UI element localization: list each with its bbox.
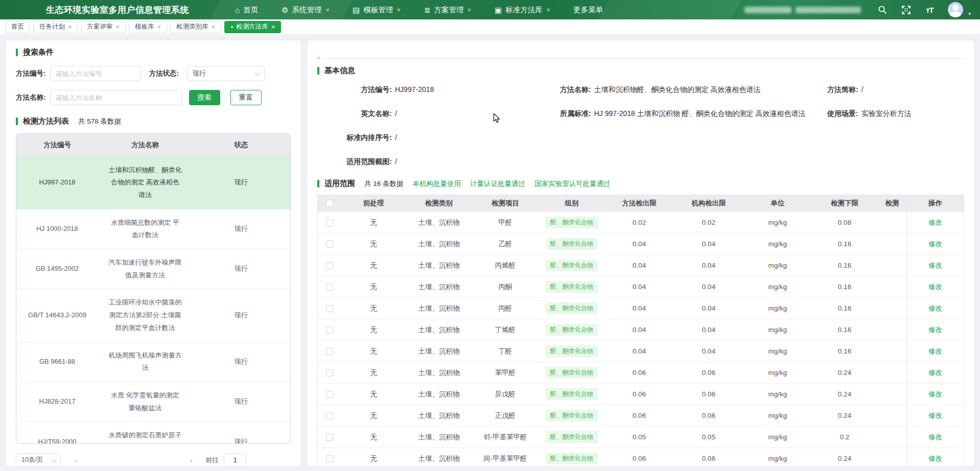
page-number[interactable]	[81, 454, 94, 467]
edit-link[interactable]: 修改	[928, 325, 942, 335]
avatar-caret-icon[interactable]: ▾	[968, 11, 971, 16]
font-size-icon[interactable]: ᴛT	[924, 5, 935, 15]
goto-page-input[interactable]	[224, 453, 246, 467]
actions-cell: 修改	[906, 405, 964, 426]
edit-link[interactable]: 修改	[928, 433, 942, 442]
edit-link[interactable]: 修改	[928, 454, 942, 463]
edit-link[interactable]: 修改	[928, 347, 942, 356]
unit-cell: mg/kg	[744, 298, 811, 319]
method-table-row[interactable]: HJ/T59-2000 水质铍的测定石墨炉原子吸收分光光度法 现行	[16, 422, 290, 444]
prev-page-button[interactable]: ‹	[75, 456, 78, 464]
top-menu-item[interactable]: ⚙ 系统管理 ∨	[282, 5, 329, 15]
row-checkbox[interactable]	[326, 284, 333, 291]
chevron-down-icon: ∨	[325, 7, 330, 12]
header-checkbox-cell	[318, 195, 341, 211]
page-number[interactable]	[174, 454, 187, 467]
detail-tab[interactable]	[318, 50, 319, 58]
row-checkbox[interactable]	[326, 262, 333, 269]
page-number[interactable]	[94, 454, 107, 467]
page-tab[interactable]: ● 检测类别库 ×	[170, 21, 221, 33]
detail-tab[interactable]	[418, 50, 419, 58]
batch-use-link[interactable]: 本机构批量使用	[413, 179, 461, 189]
edit-link[interactable]: 修改	[928, 390, 942, 399]
lower-limit-cell: 0.16	[811, 319, 878, 340]
row-checkbox[interactable]	[326, 369, 333, 376]
select-all-checkbox[interactable]	[326, 200, 333, 207]
detail-tab[interactable]	[333, 50, 334, 58]
page-tab[interactable]: ● 模板库 ×	[129, 21, 167, 33]
metrology-batch-link[interactable]: 计量认证批量通过	[470, 179, 525, 189]
row-checkbox-cell	[318, 233, 341, 254]
avatar[interactable]	[948, 2, 963, 17]
close-icon[interactable]: ×	[271, 23, 275, 30]
edit-link[interactable]: 修改	[928, 218, 942, 227]
group-badge: 醛、酮类化合物	[546, 410, 598, 421]
search-icon[interactable]	[877, 5, 888, 15]
page-tab[interactable]: ● 方案评审 ×	[81, 21, 126, 33]
page-tab[interactable]: ● 检测方法库 ×	[224, 21, 281, 33]
method-table-row[interactable]: GB 1495-2002 汽车加速行驶车外噪声限值及测量方法 现行	[16, 249, 290, 289]
scope-table-row: 无 土壤、沉积物 甲醛 醛、酮类化合物 0.02 0.02 mg/kg 0.08…	[318, 211, 964, 233]
close-icon[interactable]: ×	[157, 23, 161, 30]
edit-link[interactable]: 修改	[928, 261, 942, 270]
page-number[interactable]	[134, 454, 147, 467]
edit-link[interactable]: 修改	[928, 282, 942, 292]
page-size-select[interactable]: 10条/页	[16, 453, 61, 467]
detail-tab[interactable]	[433, 50, 434, 58]
method-status-select[interactable]: 现行	[187, 66, 265, 81]
row-checkbox[interactable]	[326, 434, 333, 441]
top-menu-item[interactable]: ▣ 标准方法库 ∨	[495, 5, 550, 15]
method-table-row[interactable]: HJ 1000-2018 水质细菌总数的测定 平血计数法 现行	[16, 209, 290, 249]
category-cell: 土壤、沉积物	[406, 427, 472, 448]
national-lab-batch-link[interactable]: 国家实验室认可批量通过	[534, 179, 611, 189]
page-tab[interactable]: ● 首页 ×	[5, 21, 30, 33]
detail-tab[interactable]	[390, 50, 391, 58]
row-checkbox[interactable]	[326, 412, 333, 419]
col-org-dl: 机构检出限	[673, 195, 744, 211]
row-checkbox[interactable]	[326, 241, 333, 248]
row-checkbox[interactable]	[326, 391, 333, 398]
close-icon[interactable]: ×	[212, 23, 216, 30]
method-table-row[interactable]: GB 9661-88 机场周围飞机噪声测量方法 现行	[16, 342, 290, 382]
method-code-input[interactable]	[50, 66, 141, 81]
item-cell: 乙醛	[472, 233, 539, 254]
group-badge: 醛、酮类化合物	[546, 238, 598, 250]
detail-tab[interactable]	[361, 50, 362, 58]
page-tab[interactable]: ● 任务计划 ×	[33, 21, 78, 33]
top-menu-item[interactable]: ≣ 方案管理 ∨	[424, 5, 471, 15]
detail-tab[interactable]	[376, 50, 377, 58]
next-page-button[interactable]: ›	[190, 456, 193, 464]
method-name-input[interactable]	[50, 90, 182, 105]
page-number[interactable]	[107, 454, 121, 467]
page-number[interactable]	[121, 454, 134, 467]
top-menu-item[interactable]: 更多菜单 ∨	[573, 5, 603, 15]
row-checkbox[interactable]	[326, 348, 333, 355]
top-menu-item[interactable]: ▤ 模板管理 ∨	[353, 5, 401, 15]
row-checkbox[interactable]	[326, 326, 333, 334]
reset-button[interactable]: 重置	[230, 90, 262, 105]
method-list-title: 检测方法列表 共 578 条数据	[16, 116, 291, 126]
detail-tab[interactable]	[347, 50, 348, 58]
pretreatment-cell: 无	[341, 298, 406, 319]
page-number[interactable]	[147, 454, 160, 467]
unit-cell: mg/kg	[744, 276, 811, 297]
group-cell: 醛、酮类化合物	[539, 255, 605, 276]
row-checkbox[interactable]	[326, 305, 333, 312]
method-table-row[interactable]: GB/T 14643.2-2009 工业循环冷却水中菌藻的测定方法第2部分:土壤…	[16, 289, 290, 342]
edit-link[interactable]: 修改	[928, 304, 942, 313]
method-table-row[interactable]: HJ997-2018 土壤和沉积物醛、酮类化合物的测定 高效液相色谱法 现行	[16, 157, 290, 209]
search-button[interactable]: 搜索	[189, 90, 220, 105]
pretreatment-cell: 无	[341, 448, 406, 467]
edit-link[interactable]: 修改	[928, 240, 942, 249]
page-number[interactable]	[160, 454, 174, 467]
close-icon[interactable]: ×	[68, 23, 72, 30]
row-checkbox[interactable]	[326, 219, 333, 226]
close-icon[interactable]: ×	[116, 23, 120, 30]
detail-tab[interactable]	[404, 50, 405, 58]
method-table-row[interactable]: HJ828-2017 水质 化学需氧量的测定重铬酸盐法 现行	[16, 382, 290, 422]
top-menu-item[interactable]: ⌂ 首页 ∨	[235, 5, 258, 15]
edit-link[interactable]: 修改	[928, 411, 942, 420]
edit-link[interactable]: 修改	[928, 368, 942, 378]
fullscreen-icon[interactable]	[901, 5, 911, 15]
row-checkbox[interactable]	[326, 455, 333, 462]
